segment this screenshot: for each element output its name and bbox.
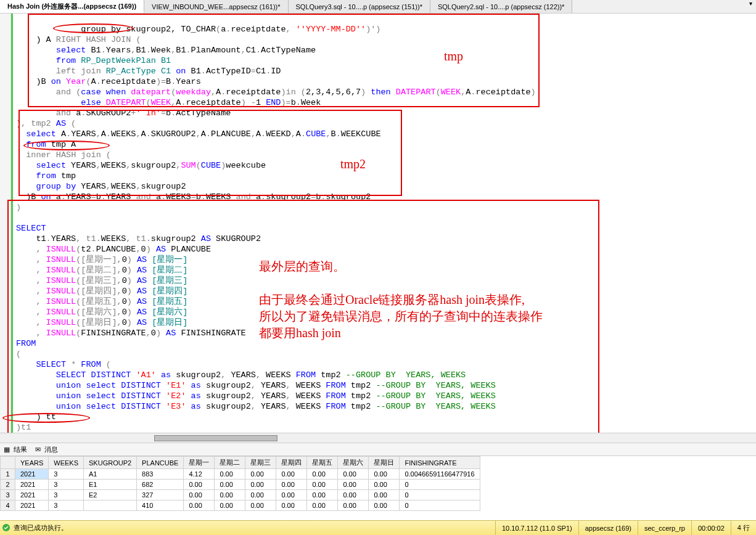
editor-tabs: Hash Join (外连服务器...(appsecsz (169)) VIEW… xyxy=(0,0,756,14)
status-database: sec_ccerp_rp xyxy=(638,521,691,535)
messages-icon: ✉ xyxy=(33,445,42,454)
status-server: 10.10.7.112 (11.0 SP1) xyxy=(495,521,578,535)
status-message: 查询已成功执行。 xyxy=(12,523,495,533)
results-header-row: YEARSWEEKSSKUGROUP2PLANCUBE 星期一星期二星期三星期四… xyxy=(1,457,480,469)
tab-sqlquery2[interactable]: SQLQuery2.sql - 10....p (appsecsz (122))… xyxy=(430,0,572,13)
status-rows: 4 行 xyxy=(731,521,756,535)
change-indicator xyxy=(11,14,13,443)
table-row[interactable]: 320213E23270.000.000.000.000.000.000.000 xyxy=(1,490,480,500)
editor-gutter xyxy=(0,14,11,443)
messages-tab[interactable]: ✉ 消息 xyxy=(33,445,58,454)
success-icon xyxy=(0,523,12,533)
status-user: appsecsz (169) xyxy=(578,521,638,535)
sql-editor[interactable]: group by skugroup2, TO_CHAR(a.receiptdat… xyxy=(0,14,756,443)
grid-icon: ▦ xyxy=(2,445,11,454)
status-bar: 查询已成功执行。 10.10.7.112 (11.0 SP1) appsecsz… xyxy=(0,520,756,535)
table-row[interactable]: 120213A18834.120.000.000.000.000.000.000… xyxy=(1,469,480,480)
tab-hashjoin[interactable]: Hash Join (外连服务器...(appsecsz (169)) xyxy=(0,0,144,13)
results-tab-bar: ▦ 结果 ✉ 消息 xyxy=(0,443,756,456)
results-tab[interactable]: ▦ 结果 xyxy=(2,445,27,454)
tab-overflow-icon[interactable]: ▾ xyxy=(745,0,756,13)
horizontal-scrollbar[interactable] xyxy=(0,433,756,443)
tab-view-inbound[interactable]: VIEW_INBOUND_WEE...appsecsz (161))* xyxy=(144,0,288,13)
code-area[interactable]: group by skugroup2, TO_CHAR(a.receiptdat… xyxy=(14,14,756,433)
table-row[interactable]: 220213E16820.000.000.000.000.000.000.000 xyxy=(1,480,480,490)
table-row[interactable]: 4202134100.000.000.000.000.000.000.000 xyxy=(1,500,480,511)
tab-sqlquery3[interactable]: SQLQuery3.sql - 10....p (appsecsz (151))… xyxy=(289,0,430,13)
results-grid[interactable]: YEARSWEEKSSKUGROUP2PLANCUBE 星期一星期二星期三星期四… xyxy=(0,456,756,520)
status-time: 00:00:02 xyxy=(691,521,731,535)
